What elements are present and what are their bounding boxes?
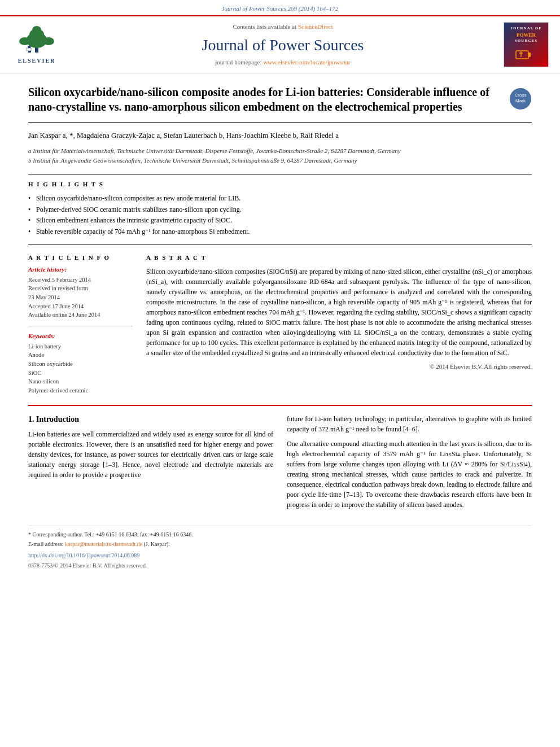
svg-point-3 [32,26,41,34]
affiliation-a: a Institut für Materialwissenschaft, Tec… [28,147,532,155]
footnote-1: * Corresponding author. Tel.: +49 6151 1… [28,531,532,539]
abstract-col: A B S T R A C T Silicon oxycarbide/nano-… [146,254,532,396]
intro-right-col: future for Li-ion battery technology; in… [287,414,532,514]
email-link[interactable]: kaspar@materials.tu-darmstadt.de [65,541,142,547]
intro-two-col: 1. Introduction Li-ion batteries are wel… [28,414,532,514]
main-content: Silicon oxycarbide/nano-silicon composit… [0,73,560,580]
intro-para-right-2: One alternative compound attracting much… [287,439,532,510]
highlights-section: H I G H L I G H T S Silicon oxycarbide/n… [28,174,532,244]
intro-para-1: Li-ion batteries are well commercialized… [28,429,273,480]
history-label: Article history: [28,265,133,274]
svg-text:Cross: Cross [515,93,527,98]
svg-text:Mark: Mark [515,98,526,103]
intro-left-text: Li-ion batteries are well commercialized… [28,429,273,480]
highlight-item-2: Polymer-derived SiOC ceramic matrix stab… [28,205,532,215]
received-revised-label: Received in revised form [28,285,133,293]
keywords-block: Keywords: Li-ion battery Anode Silicon o… [28,332,133,395]
article-info-abstract-row: A R T I C L E I N F O Article history: R… [28,254,532,396]
highlight-item-4: Stable reversible capacity of 704 mAh g⁻… [28,227,532,237]
article-info-col: A R T I C L E I N F O Article history: R… [28,254,133,396]
crossmark-icon: Cross Mark [509,88,532,110]
article-title: Silicon oxycarbide/nano-silicon composit… [28,85,501,114]
sciencedirect-link[interactable]: ScienceDirect [298,23,333,30]
elsevier-brand-text: ELSEVIER [18,57,56,65]
available-date: Available online 24 June 2014 [28,311,133,320]
article-title-section: Silicon oxycarbide/nano-silicon composit… [28,85,532,123]
page: Journal of Power Sources 269 (2014) 164–… [0,0,560,747]
intro-left-col: 1. Introduction Li-ion batteries are wel… [28,414,273,514]
keyword-6: Polymer-derived ceramic [28,387,133,395]
intro-para-right-1: future for Li-ion battery technology; in… [287,414,532,434]
highlight-item-1: Silicon oxycarbide/nano-silicon composit… [28,194,532,203]
history-block: Article history: Received 5 February 201… [28,265,133,326]
keyword-5: Nano-silicon [28,378,133,386]
keyword-4: SiOC [28,369,133,378]
journal-name: Journal of Power Sources [62,34,504,56]
article-info-header: A R T I C L E I N F O [28,254,133,262]
journal-homepage: journal homepage: www.elsevier.com/locat… [62,58,504,67]
highlight-item-3: Silicon embedment enhances the intrinsic… [28,216,532,225]
keyword-2: Anode [28,351,133,360]
keywords-label: Keywords: [28,332,133,340]
elsevier-logo: ELSEVIER [11,24,62,65]
journal-citation: Journal of Power Sources 269 (2014) 164–… [222,5,339,12]
footer-legal: 0378-7753/© 2014 Elsevier B.V. All right… [28,562,532,570]
email-footnote: E-mail address: kaspar@materials.tu-darm… [28,540,532,548]
keyword-1: Li-ion battery [28,343,133,351]
intro-section-title: 1. Introduction [28,414,273,425]
affiliation-b: b Institut für Angewandte Geowissenschaf… [28,156,532,165]
power-sources-icon [515,46,537,62]
svg-point-5 [43,37,54,45]
svg-rect-10 [528,53,531,57]
journal-header: ELSEVIER Contents lists available at Sci… [0,15,560,73]
article-title-text: Silicon oxycarbide/nano-silicon composit… [28,85,501,114]
crossmark-badge: Cross Mark [509,88,532,110]
highlights-header: H I G H L I G H T S [28,180,532,189]
abstract-header: A B S T R A C T [146,254,532,262]
journal-logo-right: JOURNAL OF POWER SOURCES [504,22,549,67]
journal-banner: Journal of Power Sources 269 (2014) 164–… [0,0,560,15]
contents-available-text: Contents lists available at ScienceDirec… [62,23,504,31]
footer-section: * Corresponding author. Tel.: +49 6151 1… [28,526,532,570]
journal-title-center: Contents lists available at ScienceDirec… [62,23,504,67]
copyright-line: © 2014 Elsevier B.V. All rights reserved… [146,362,532,371]
doi-link[interactable]: http://dx.doi.org/10.1016/j.jpowsour.201… [28,552,532,560]
received-date: Received 5 February 2014 [28,276,133,285]
elsevier-tree-icon [17,24,56,55]
authors: Jan Kaspar a, *, Magdalena Graczyk-Zajac… [28,130,532,141]
keyword-3: Silicon oxycarbide [28,360,133,369]
article-info: A R T I C L E I N F O Article history: R… [28,254,133,395]
abstract-text: Silicon oxycarbide/nano-silicon composit… [146,267,532,358]
svg-rect-8 [27,48,31,51]
svg-rect-9 [516,51,528,59]
intro-right-text: future for Li-ion battery technology; in… [287,414,532,510]
svg-point-4 [19,37,30,45]
accepted-date: Accepted 17 June 2014 [28,303,133,311]
affiliations: a Institut für Materialwissenschaft, Tec… [28,147,532,165]
revised-date: 23 May 2014 [28,294,133,302]
introduction-section: 1. Introduction Li-ion batteries are wel… [28,405,532,514]
